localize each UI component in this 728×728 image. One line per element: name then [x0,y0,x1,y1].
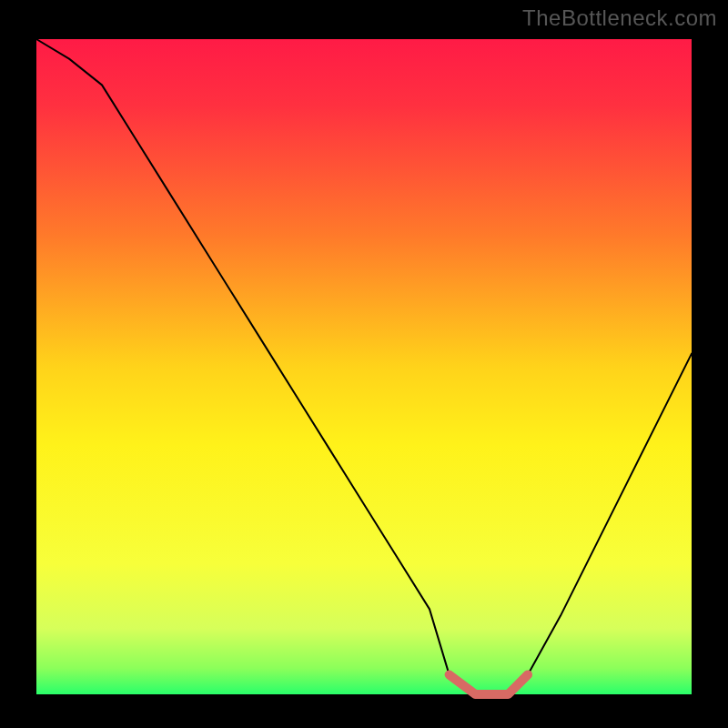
bottleneck-chart [0,0,728,728]
chart-stage: TheBottleneck.com [0,0,728,728]
